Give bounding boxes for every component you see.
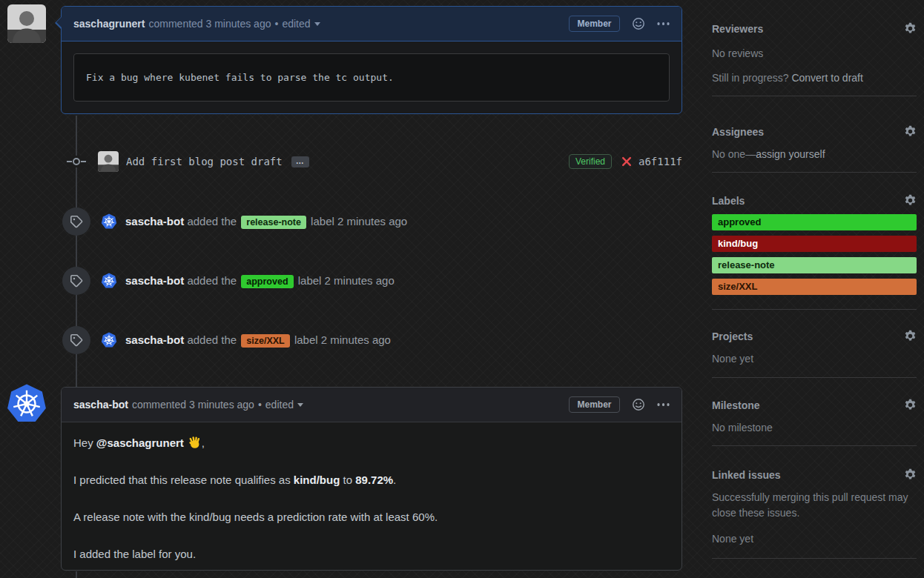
pr-sidebar: Reviewers No reviews Still in progress? … [712, 0, 917, 559]
sidebar-label-list: approved kind/bug release-note size/XXL [712, 214, 917, 295]
saschagrunert-avatar[interactable] [7, 4, 46, 43]
reviewers-title: Reviewers [712, 23, 763, 35]
chevron-down-icon [297, 403, 303, 407]
gear-icon[interactable] [904, 399, 917, 411]
greeting-paragraph: Hey @saschagrunert, [73, 436, 670, 451]
comment-caret [61, 397, 62, 409]
label-chip[interactable]: release-note [241, 216, 306, 229]
comment-caret [56, 16, 62, 28]
edited-dropdown[interactable]: edited [265, 399, 303, 411]
pr-description-comment: saschagrunert commented 3 minutes ago • … [61, 6, 682, 114]
no-reviews-text: No reviews [712, 46, 917, 61]
assignees-title: Assignees [712, 126, 764, 138]
commit-sha-link[interactable]: a6f111f [638, 156, 682, 167]
sascha-bot-avatar[interactable] [101, 332, 117, 348]
gear-icon[interactable] [904, 468, 917, 481]
sidebar-section-projects: Projects None yet [712, 310, 917, 378]
waving-hand-icon [188, 436, 202, 450]
verified-badge[interactable]: Verified [569, 154, 612, 169]
tag-icon [70, 215, 83, 228]
label-event-text: sascha-bot added the release-note label … [125, 215, 407, 229]
sidebar-section-reviewers: Reviewers No reviews Still in progress? … [712, 0, 917, 96]
sascha-bot-avatar[interactable] [6, 383, 47, 425]
projects-title: Projects [712, 330, 753, 342]
labels-title: Labels [712, 195, 745, 207]
linked-issues-title: Linked issues [712, 469, 781, 481]
prediction-paragraph: I predicted that this release note quali… [73, 473, 670, 488]
comment-timestamp: commented 3 minutes ago [132, 399, 254, 411]
label-chip[interactable]: approved [241, 275, 293, 288]
comment-header: sascha-bot commented 3 minutes ago • edi… [62, 388, 682, 422]
convert-to-draft-link[interactable]: Convert to draft [791, 72, 863, 84]
sidebar-label[interactable]: approved [712, 214, 917, 230]
sidebar-section-linked-issues: Linked issues Successfully merging this … [712, 446, 917, 559]
milestone-title: Milestone [712, 399, 760, 411]
sidebar-label[interactable]: release-note [712, 257, 917, 273]
sascha-bot-avatar[interactable] [101, 213, 117, 230]
edited-dropdown[interactable]: edited [282, 18, 320, 30]
sidebar-section-labels: Labels approved kind/bug release-note si… [712, 173, 917, 310]
bot-comment: sascha-bot commented 3 minutes ago • edi… [61, 387, 682, 571]
kebab-icon [662, 403, 665, 406]
event-actor-link[interactable]: sascha-bot [125, 274, 184, 287]
comment-author[interactable]: sascha-bot [73, 399, 128, 411]
kebab-menu-button[interactable] [657, 22, 670, 25]
tag-icon [70, 333, 83, 347]
comment-header: saschagrunert commented 3 minutes ago • … [62, 7, 682, 41]
release-note-code-block: Fix a bug where kubenet fails to parse t… [73, 53, 670, 102]
milestone-empty-text: No milestone [712, 420, 917, 435]
tag-icon-badge [62, 326, 90, 354]
member-badge: Member [569, 396, 619, 413]
sascha-bot-avatar[interactable] [101, 273, 117, 289]
linked-issues-description: Successfully merging this pull request m… [712, 490, 917, 521]
emoji-reaction-button[interactable] [632, 398, 645, 411]
label-event-row: sascha-bot added the release-note label … [61, 207, 682, 236]
label-added-paragraph: I added the label for you. [73, 547, 670, 562]
tag-icon-badge [62, 207, 90, 236]
kebab-icon [662, 22, 665, 25]
kebab-menu-button[interactable] [657, 403, 670, 406]
tag-icon-badge [62, 267, 90, 295]
chevron-down-icon [314, 22, 320, 26]
commit-expander-button[interactable]: … [291, 156, 309, 167]
event-actor-link[interactable]: sascha-bot [125, 333, 184, 346]
label-event-row: sascha-bot added the size/XXL label 2 mi… [61, 326, 682, 354]
commit-author-avatar[interactable] [98, 151, 119, 172]
linked-issues-empty-text: None yet [712, 531, 917, 546]
gear-icon[interactable] [904, 330, 917, 342]
label-chip[interactable]: size/XXL [241, 334, 289, 348]
tag-icon [70, 274, 83, 288]
mention-link[interactable]: @saschagrunert [96, 436, 184, 449]
gear-icon[interactable] [904, 194, 917, 207]
rule-paragraph: A release note with the kind/bug needs a… [73, 510, 670, 525]
git-commit-icon [67, 156, 86, 167]
status-failed-x-icon[interactable] [621, 156, 633, 167]
timeline-line [76, 571, 77, 578]
assign-yourself-link[interactable]: assign yourself [756, 148, 825, 160]
label-event-text: sascha-bot added the approved label 2 mi… [125, 274, 395, 288]
timeline-commit: Add first blog post draft … Verified a6f… [61, 150, 682, 173]
gear-icon[interactable] [904, 22, 917, 35]
projects-empty-text: None yet [712, 351, 917, 366]
emoji-reaction-button[interactable] [632, 17, 645, 30]
label-event-text: sascha-bot added the size/XXL label 2 mi… [125, 333, 391, 348]
label-event-row: sascha-bot added the approved label 2 mi… [61, 267, 682, 295]
comment-timestamp: commented 3 minutes ago [148, 18, 271, 30]
comment-body: Hey @saschagrunert, I predicted that thi… [62, 422, 682, 571]
member-badge: Member [569, 16, 619, 32]
sidebar-section-assignees: Assignees No one—assign yourself [712, 96, 917, 173]
commit-message-link[interactable]: Add first blog post draft [126, 156, 283, 167]
comment-author[interactable]: saschagrunert [73, 18, 145, 30]
event-actor-link[interactable]: sascha-bot [125, 215, 184, 227]
sidebar-label[interactable]: size/XXL [712, 279, 917, 295]
sidebar-label[interactable]: kind/bug [712, 236, 917, 252]
gear-icon[interactable] [904, 125, 917, 138]
sidebar-section-milestone: Milestone No milestone [712, 378, 917, 446]
comment-body: Fix a bug where kubenet fails to parse t… [62, 41, 682, 113]
